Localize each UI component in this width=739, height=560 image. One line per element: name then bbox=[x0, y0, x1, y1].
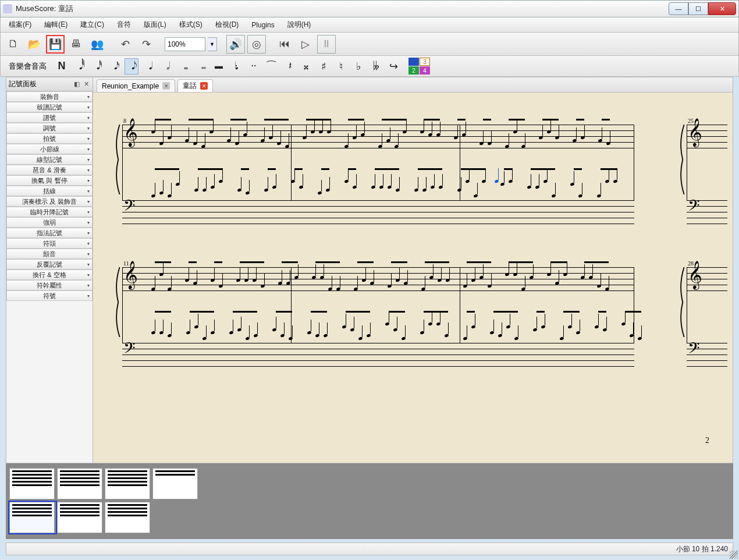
navigator-viewport[interactable] bbox=[8, 501, 57, 534]
note-input-mode-button[interactable]: N bbox=[55, 58, 69, 75]
navigator-page[interactable] bbox=[57, 468, 102, 499]
sound-button[interactable]: 🔊 bbox=[226, 35, 245, 54]
palette-item[interactable]: 指法記號▾ bbox=[6, 228, 93, 238]
tab-close-icon[interactable]: ✕ bbox=[162, 82, 170, 90]
rest-icon[interactable]: 𝄽 bbox=[282, 58, 296, 75]
maximize-button[interactable]: ☐ bbox=[688, 2, 708, 15]
menu-style[interactable]: 樣式(S) bbox=[175, 17, 207, 32]
voice-4-button[interactable]: 4 bbox=[420, 66, 430, 75]
palette-item[interactable]: 換氣 與 暫停▾ bbox=[6, 175, 93, 186]
duration-16th-icon[interactable]: 𝅘𝅥𝅯 bbox=[107, 58, 121, 75]
menu-plugins[interactable]: Plugins bbox=[247, 19, 279, 31]
palette-header[interactable]: 記號面板 ◧ ✕ bbox=[6, 77, 93, 91]
duration-half-icon[interactable]: 𝅗𝅥 bbox=[159, 58, 173, 75]
score-canvas[interactable]: 8 𝄞 𝄢 bbox=[93, 93, 733, 463]
duration-whole-icon[interactable]: 𝅝 bbox=[177, 58, 191, 75]
palette-item[interactable]: 譜號▾ bbox=[6, 112, 93, 123]
open-file-button[interactable]: 📂 bbox=[25, 35, 44, 54]
bass-clef-icon: 𝄢 bbox=[123, 341, 136, 359]
status-bar: 小節 10 拍 1.240 bbox=[6, 543, 733, 555]
concert-pitch-button[interactable]: 音樂會音高 bbox=[4, 61, 51, 72]
menu-edit[interactable]: 編輯(E) bbox=[40, 17, 72, 32]
menu-create[interactable]: 建立(C) bbox=[76, 17, 109, 32]
palette-item[interactable]: 拍號▾ bbox=[6, 133, 93, 144]
palette-item[interactable]: 小節線▾ bbox=[6, 144, 93, 154]
palette-item[interactable]: 臨時升降記號▾ bbox=[6, 207, 93, 217]
duration-quarter-icon[interactable]: 𝅘𝅥 bbox=[142, 58, 156, 75]
navigator-page[interactable] bbox=[152, 468, 198, 499]
palette-item[interactable]: 線型記號▾ bbox=[6, 154, 93, 165]
palette-item[interactable]: 顫音▾ bbox=[6, 249, 93, 259]
group-button[interactable]: 👥 bbox=[88, 35, 106, 54]
rewind-button[interactable]: ⏮ bbox=[275, 35, 294, 54]
palette-float-icon[interactable]: ◧ bbox=[73, 80, 81, 88]
dot-icon[interactable]: 𝅘𝅥· bbox=[229, 58, 243, 75]
double-sharp-icon[interactable]: 𝄪 bbox=[299, 58, 313, 75]
pause-button[interactable]: ⏸ bbox=[317, 35, 336, 54]
menu-layout[interactable]: 版面(L) bbox=[139, 17, 171, 32]
close-button[interactable]: ✕ bbox=[708, 2, 736, 15]
palette-item[interactable]: 括線▾ bbox=[6, 186, 93, 196]
chevron-down-icon: ▾ bbox=[87, 147, 90, 152]
palette-item[interactable]: 符號▾ bbox=[6, 290, 93, 301]
palette-item[interactable]: 琶音 & 滑奏▾ bbox=[6, 165, 93, 175]
natural-icon[interactable]: ♮ bbox=[334, 58, 348, 75]
zoom-dropdown[interactable]: ▼ bbox=[208, 37, 217, 51]
palette-item[interactable]: 裝飾音▾ bbox=[6, 91, 93, 102]
undo-button[interactable]: ↶ bbox=[116, 35, 134, 54]
flat-icon[interactable]: ♭ bbox=[351, 58, 365, 75]
double-dot-icon[interactable]: ·· bbox=[247, 58, 261, 75]
resize-grip-icon[interactable] bbox=[730, 551, 738, 559]
duration-breve-icon[interactable]: 𝅜 bbox=[194, 58, 208, 75]
play-button[interactable]: ▷ bbox=[296, 35, 315, 54]
document-tab[interactable]: 童話✕ bbox=[177, 79, 213, 92]
palette-item[interactable]: 鼓譜記號▾ bbox=[6, 102, 93, 112]
palette-item-label: 反覆記號 bbox=[37, 260, 62, 269]
duration-longa-icon[interactable]: ▬ bbox=[212, 58, 226, 75]
navigator-panel[interactable] bbox=[6, 463, 733, 539]
menu-display[interactable]: 檢視(D) bbox=[211, 17, 244, 32]
duration-8th-icon[interactable]: 𝅘𝅥𝅮 bbox=[125, 58, 138, 75]
palette-item[interactable]: 反覆記號▾ bbox=[6, 259, 93, 270]
palette-item[interactable]: 調號▾ bbox=[6, 123, 93, 133]
new-file-button[interactable]: 🗋 bbox=[4, 35, 23, 54]
menu-bar: 檔案(F) 編輯(E) 建立(C) 音符 版面(L) 樣式(S) 檢視(D) P… bbox=[0, 17, 739, 33]
navigator-page[interactable] bbox=[105, 502, 150, 533]
chevron-down-icon: ▾ bbox=[87, 220, 90, 225]
navigator-page[interactable] bbox=[105, 468, 150, 499]
menu-notes[interactable]: 音符 bbox=[112, 17, 136, 32]
palette-item[interactable]: 符頭▾ bbox=[6, 238, 93, 249]
chevron-down-icon: ▾ bbox=[87, 272, 90, 278]
palette-item[interactable]: 演奏標示 及 裝飾音▾ bbox=[6, 196, 93, 207]
navigator-page[interactable] bbox=[57, 502, 102, 533]
tie-icon[interactable]: ⁀ bbox=[264, 58, 278, 75]
save-button[interactable]: 💾 bbox=[46, 35, 65, 54]
note-entry-toolbar: 音樂會音高 N 𝅘𝅥𝅱 𝅘𝅥𝅰 𝅘𝅥𝅯 𝅘𝅥𝅮 𝅘𝅥 𝅗𝅥 𝅝 𝅜 ▬ 𝅘𝅥· … bbox=[0, 56, 739, 77]
menu-file[interactable]: 檔案(F) bbox=[4, 17, 36, 32]
redo-button[interactable]: ↷ bbox=[137, 35, 155, 54]
duration-32nd-icon[interactable]: 𝅘𝅥𝅰 bbox=[90, 58, 104, 75]
palette-item[interactable]: 符幹屬性▾ bbox=[6, 280, 93, 290]
double-flat-icon[interactable]: 𝄫 bbox=[369, 58, 383, 75]
midi-button[interactable]: ◎ bbox=[247, 35, 266, 54]
chevron-down-icon: ▾ bbox=[87, 199, 90, 204]
voice-1-button[interactable] bbox=[408, 58, 419, 66]
sharp-icon[interactable]: ♯ bbox=[317, 58, 331, 75]
duration-64th-icon[interactable]: 𝅘𝅥𝅱 bbox=[72, 58, 86, 75]
menu-help[interactable]: 說明(H) bbox=[283, 17, 316, 32]
tab-close-icon[interactable]: ✕ bbox=[200, 82, 208, 90]
zoom-value: 100% bbox=[168, 40, 186, 48]
voice-2-button[interactable]: 2 bbox=[408, 66, 419, 75]
flip-stem-icon[interactable]: ↪ bbox=[386, 58, 400, 75]
zoom-input[interactable]: 100% bbox=[165, 37, 205, 51]
palette-item[interactable]: 強弱▾ bbox=[6, 217, 93, 228]
minimize-button[interactable]: — bbox=[669, 2, 688, 15]
document-tab[interactable]: Reunion_Example✕ bbox=[97, 79, 175, 92]
palette-item-label: 小節線 bbox=[40, 145, 59, 154]
voice-3-button[interactable]: 3 bbox=[420, 58, 430, 66]
palette-item[interactable]: 換行 & 空格▾ bbox=[6, 270, 93, 280]
staff-system: 25 𝄞 𝄢 bbox=[687, 125, 727, 200]
palette-close-icon[interactable]: ✕ bbox=[82, 80, 90, 88]
print-button[interactable]: 🖶 bbox=[67, 35, 86, 54]
navigator-page[interactable] bbox=[9, 468, 55, 499]
